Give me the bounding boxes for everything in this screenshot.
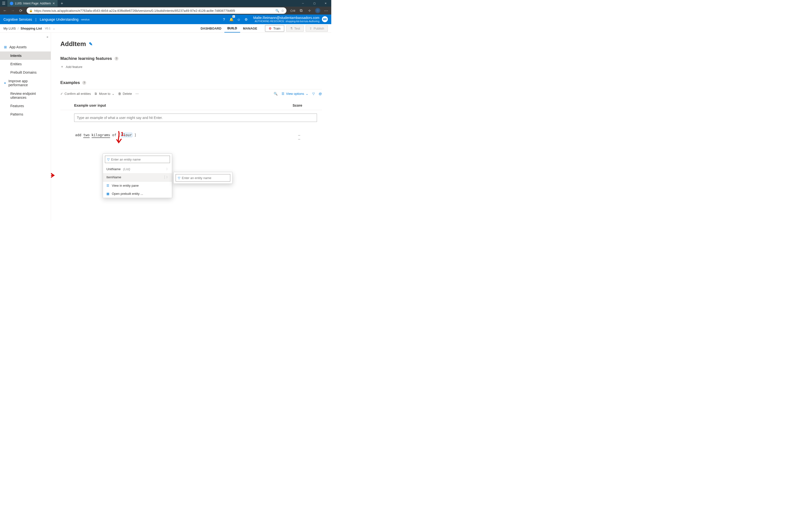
view-in-entity-pane[interactable]: ☰ View in entity pane [103,182,172,190]
sidebar-item-review[interactable]: Review endpoint utterances [0,90,51,102]
favorite-icon[interactable]: ✩ [281,9,284,13]
address-bar: ← → ⟳ 🔒 https://www.luis.ai/applications… [0,7,331,15]
test-button[interactable]: ⚗ Test [286,25,304,32]
favorites-bar-icon[interactable]: ✩≡ [289,7,296,14]
window-maximize[interactable]: ▢ [309,0,320,7]
breadcrumb-version[interactable]: V0.1 [45,27,51,30]
notification-badge: 1 [232,15,235,18]
entity-option-unitname[interactable]: UnitName (List) 〉 [103,165,172,173]
chevron-right-icon: 〉 [165,175,169,179]
tab-dashboard[interactable]: DASHBOARD [197,24,224,33]
grid-icon: ▦ [107,192,110,195]
token-of[interactable]: of [112,133,116,137]
mention-icon[interactable]: @ [319,92,322,96]
row-more-icon[interactable]: —— [298,133,300,141]
open-prebuilt-entity[interactable]: ▦ Open prebuilt entity ... [103,190,172,198]
help-icon[interactable]: ? [115,57,118,61]
browser-chrome: ☰ LUIS: Intent Page: AddItem ✕ + ─ ▢ ✕ ←… [0,0,331,15]
sidebar-section-improve[interactable]: ≡ Improve app performance [0,77,51,90]
app-header: Cognitive Services | Language Understand… [0,15,331,24]
new-tab-button[interactable]: + [58,0,66,7]
app-menu-icon[interactable]: ☰ [0,0,7,7]
window-close[interactable]: ✕ [320,0,331,7]
col-score-header: Score [292,103,302,108]
token-kilograms[interactable]: kilograms [92,133,110,137]
sidebar-item-entities[interactable]: Entities [0,60,51,68]
nav-refresh-icon[interactable]: ⟳ [17,7,24,14]
list-icon: ☰ [107,184,110,187]
account-area[interactable]: Malte.Reimann@studentambassadors.com AUT… [253,16,328,23]
sidebar-item-features[interactable]: Features [0,102,51,110]
section-ml-features: Machine learning features ? [60,56,322,61]
more-actions-button[interactable]: ⋯ [135,92,139,96]
tune-icon: ≡ [4,81,6,85]
plus-icon: ＋ [60,64,64,69]
chevron-down-icon[interactable]: ⌄ [53,27,55,30]
feedback-icon[interactable]: ☺ [235,16,242,23]
add-feature-button[interactable]: ＋ Add feature [60,64,322,69]
collections-icon[interactable]: ⧉ [297,7,305,14]
train-button[interactable]: ⚙ Train [265,25,284,32]
upload-icon: ⇧ [309,26,312,30]
token-flour-entity[interactable]: flour [121,133,132,137]
breadcrumb-app[interactable]: Shopping List [20,26,42,30]
nav-back-icon[interactable]: ← [1,7,8,14]
extensions-icon[interactable]: ✧ [306,7,313,14]
check-icon: ✓ [60,92,63,96]
entity-option-itemname[interactable]: ItemName 〉 [103,173,172,181]
help-icon[interactable]: ? [220,16,228,23]
tab-build[interactable]: BUILD [224,24,240,33]
user-email: Malte.Reimann@studentambassadors.com [253,16,320,20]
window-titlebar: ☰ LUIS: Intent Page: AddItem ✕ + ─ ▢ ✕ [0,0,331,7]
chevron-down-icon: ⌄ [306,92,308,96]
token-add[interactable]: add [75,133,81,137]
move-icon: 🗎 [94,92,97,96]
page-title: AddItem ✎ [60,40,322,48]
delete-button[interactable]: 🗑Delete [118,92,132,96]
collapse-sidebar-icon[interactable]: « [46,35,48,39]
entity-filter-input[interactable]: ▽ Enter an entity name [105,156,170,163]
utterance-row[interactable]: add two kilograms of [ flour ] —— [75,133,322,141]
browser-menu-icon[interactable]: ⋯ [322,7,330,14]
sidebar-item-patterns[interactable]: Patterns [0,110,51,118]
example-utterance-input[interactable]: Type an example of what a user might say… [74,114,317,122]
view-options-button[interactable]: ☰View options⌄ [282,92,308,96]
sub-entity-filter-input[interactable]: ▽ Enter an entity name [176,174,230,182]
tab-manage[interactable]: MANAGE [240,24,260,33]
confirm-entities-button[interactable]: ✓Confirm all entities [60,92,91,96]
breadcrumb-root[interactable]: My LUIS [3,26,16,30]
train-status-icon: ⚙ [269,26,272,30]
secondary-nav: My LUIS / Shopping List V0.1 ⌄ DASHBOARD… [0,24,331,33]
move-to-button[interactable]: 🗎Move to⌄ [94,92,115,96]
nav-forward-icon[interactable]: → [10,7,16,14]
filter-icon: ▽ [107,158,110,161]
settings-icon[interactable]: ⚙ [242,16,250,23]
list-icon: ☰ [282,92,284,96]
main-content: AddItem ✎ Machine learning features ? ＋ … [51,33,331,221]
product-name: Language Understanding [40,18,79,21]
trash-icon: 🗑 [118,92,121,96]
sidebar-item-prebuilt[interactable]: Prebuilt Domains [0,68,51,77]
filter-icon: ▽ [178,176,180,180]
filter-icon[interactable]: ▽ [312,92,315,96]
url-input[interactable]: 🔒 https://www.luis.ai/applications/e7763… [26,7,286,14]
sidebar-section-app-assets[interactable]: ⊞ App Assets [0,43,51,52]
search-icon[interactable]: 🔍 [274,92,278,96]
help-icon[interactable]: ? [82,81,86,85]
edit-title-icon[interactable]: ✎ [89,41,93,47]
window-minimize[interactable]: ─ [297,0,309,7]
assets-icon: ⊞ [4,45,7,49]
examples-table-header: Example user input Score [60,100,322,110]
profile-avatar[interactable] [314,7,321,14]
notification-icon[interactable]: 🔔1 [228,16,235,23]
brand-link[interactable]: Cognitive Services [3,18,32,21]
tab-close-icon[interactable]: ✕ [53,2,55,5]
sidebar-item-intents[interactable]: Intents [0,52,51,60]
zoom-icon[interactable]: 🔍 [276,9,279,13]
examples-toolbar: ✓Confirm all entities 🗎Move to⌄ 🗑Delete … [60,89,322,96]
token-two[interactable]: two [83,133,90,137]
lock-icon: 🔒 [29,9,33,12]
publish-button[interactable]: ⇧ Publish [306,25,328,32]
annotation-arrow-2 [51,170,58,182]
browser-tab[interactable]: LUIS: Intent Page: AddItem ✕ [7,0,57,7]
